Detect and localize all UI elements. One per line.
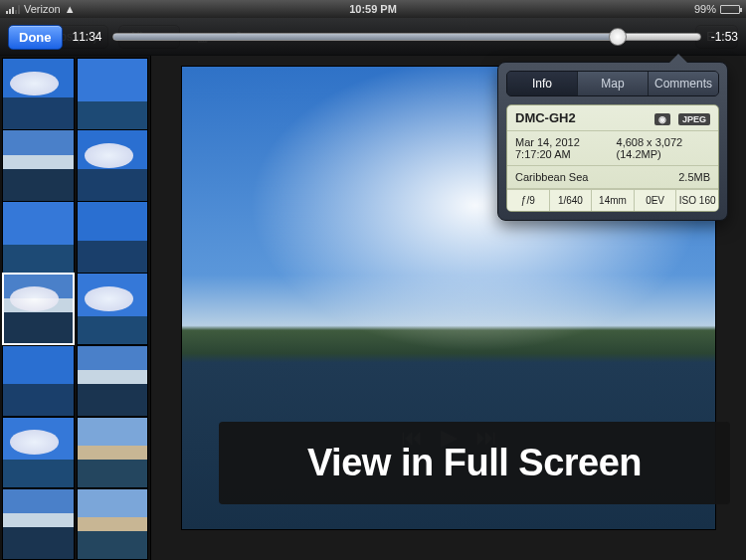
info-row-datetime: Mar 14, 2012 7:17:20 AM 4,608 x 3,072 (1… — [507, 131, 718, 166]
thumbnail[interactable] — [77, 417, 149, 489]
exif-iso: ISO 160 — [676, 190, 718, 211]
filesize-value: 2.5MB — [678, 171, 710, 183]
thumbnail[interactable] — [77, 58, 149, 130]
signal-icon — [6, 5, 20, 14]
remaining-time: -1:53 — [711, 30, 738, 44]
thumbnail[interactable] — [2, 129, 75, 202]
camera-icon: ◉ — [654, 113, 670, 125]
thumbnail[interactable] — [2, 417, 75, 489]
thumbnail[interactable] — [77, 129, 149, 202]
thumbnail-strip[interactable] — [0, 56, 151, 560]
popover-arrow — [669, 54, 687, 63]
main-area: ⏮ ▶ ⏭ Info Map Comments DMC-GH2 ◉ JPEG — [0, 56, 746, 560]
overlay-caption: View in Full Screen — [219, 422, 730, 504]
exif-row: ƒ/9 1/640 14mm 0EV ISO 160 — [507, 189, 718, 211]
battery-icon — [720, 5, 740, 14]
tab-info[interactable]: Info — [507, 72, 578, 95]
location-value: Caribbean Sea — [515, 171, 588, 183]
dimensions-value: 4,608 x 3,072 (14.2MP) — [617, 136, 710, 160]
thumbnail[interactable] — [2, 273, 75, 345]
thumbnail[interactable] — [77, 345, 149, 418]
done-button[interactable]: Done — [8, 25, 63, 50]
battery-label: 99% — [694, 3, 716, 15]
wifi-icon: ▲ — [65, 3, 76, 15]
thumbnail[interactable] — [77, 201, 149, 274]
info-tabs: Info Map Comments — [506, 71, 719, 96]
info-row-camera: DMC-GH2 ◉ JPEG — [507, 105, 718, 131]
tab-map[interactable]: Map — [578, 72, 649, 95]
info-card: DMC-GH2 ◉ JPEG Mar 14, 2012 7:17:20 AM 4… — [506, 104, 719, 212]
thumbnail[interactable] — [2, 58, 75, 130]
progress-track[interactable] — [112, 33, 701, 41]
photo-viewer[interactable]: ⏮ ▶ ⏭ Info Map Comments DMC-GH2 ◉ JPEG — [151, 56, 746, 560]
carrier-label: Verizon — [24, 3, 61, 15]
playhead[interactable] — [609, 28, 627, 46]
datetime-value: Mar 14, 2012 7:17:20 AM — [515, 136, 617, 160]
thumbnail[interactable] — [2, 201, 75, 274]
thumbnail[interactable] — [77, 488, 149, 560]
elapsed-time: 11:34 — [73, 30, 102, 44]
status-left: Verizon ▲ — [6, 3, 76, 15]
info-popover: Info Map Comments DMC-GH2 ◉ JPEG Mar 14,… — [497, 62, 728, 221]
exif-focal: 14mm — [592, 190, 635, 211]
video-scrubber-bar: Done 11:34 -1:53 — [0, 18, 746, 56]
camera-model: DMC-GH2 — [515, 110, 576, 125]
thumbnail[interactable] — [77, 273, 149, 345]
info-row-location: Caribbean Sea 2.5MB — [507, 166, 718, 189]
exif-shutter: 1/640 — [550, 190, 593, 211]
status-right: 99% — [694, 3, 740, 15]
status-time: 10:59 PM — [349, 3, 397, 15]
exif-ev: 0EV — [635, 190, 677, 211]
progress-fill — [113, 34, 618, 40]
format-badge: JPEG — [678, 113, 710, 125]
thumbnail[interactable] — [2, 345, 75, 418]
info-badges: ◉ JPEG — [651, 110, 710, 125]
tab-comments[interactable]: Comments — [649, 72, 718, 95]
ios-status-bar: Verizon ▲ 10:59 PM 99% — [0, 0, 746, 18]
thumbnail[interactable] — [2, 488, 75, 560]
exif-aperture: ƒ/9 — [507, 190, 550, 211]
